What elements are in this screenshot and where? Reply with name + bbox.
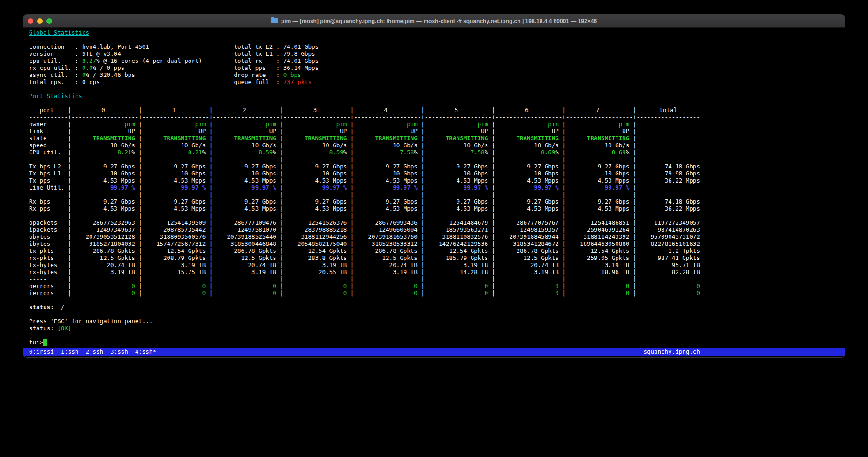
text-segment: 10 Gb/s (251, 142, 276, 149)
port-statistics-heading: Port Statistics (29, 92, 82, 99)
text-segment: [OK] (57, 325, 71, 332)
stat-cell: 99.97 % (354, 184, 417, 191)
stat-cell: UP (213, 128, 276, 135)
text-segment: 0.0 (82, 64, 93, 71)
text-segment: 3188110832576 (442, 233, 488, 240)
text-segment: 4.53 Mpps (315, 177, 347, 184)
text-segment: 10 Gbps (605, 170, 630, 177)
table-row: obytes |20739053512128 |3188093560576 |2… (29, 233, 839, 240)
terminal-window: pim — [mosh] pim@squanchy.ipng.ch: /home… (23, 14, 845, 358)
global-stat-line: total_cps.: 0 cpsqueue_full: 737 pkts (29, 78, 839, 85)
text-segment: status: (29, 304, 54, 311)
tmux-window-list[interactable]: 0:irssi 1:ssh 2:ssh 3:ssh- 4:ssh* (29, 348, 156, 355)
stat-cell: 9.27 Gbps (425, 163, 488, 170)
prompt-line[interactable]: tui> (29, 339, 839, 346)
close-button[interactable] (28, 18, 33, 24)
stat-cell: 12541486851 (566, 219, 629, 226)
text-segment: 9.27 Gbps (103, 198, 135, 205)
stat-cell: 4.53 Mpps (142, 177, 206, 184)
text-segment: 3185300446848 (230, 240, 276, 247)
text-segment: 208785735442 (163, 226, 206, 233)
stat-cell: UP (425, 128, 488, 135)
text-segment: 12.54 Gpkts (308, 247, 347, 254)
text-segment: tui> (29, 339, 43, 346)
text-segment: 9.27 Gbps (457, 198, 488, 205)
text-segment: 15747725677312 (156, 240, 206, 247)
text-segment: TRANSMITTING (446, 135, 488, 142)
text-segment: 99.97 % (181, 184, 206, 191)
row-label: link (29, 128, 64, 135)
text-segment: 3.19 TB (534, 268, 559, 275)
row-label: ibytes (29, 240, 64, 247)
table-header-row: port |0 |1 |2 |3 |4 |5 |6 |7 |total (29, 107, 839, 114)
text-segment: UP (481, 128, 488, 135)
text-segment: 8.27 (82, 57, 96, 64)
text-segment: TRANSMITTING (375, 135, 418, 142)
stat-cell: 286777109476 (213, 219, 276, 226)
text-segment: 0 (414, 282, 418, 289)
table-row: link |UP |UP |UP |UP |UP |UP |UP |UP | (29, 128, 839, 135)
text-segment: 9.27 Gbps (457, 163, 488, 170)
text-segment: 3.19 TB (464, 261, 488, 268)
stat-cell: 9.27 Gbps (354, 163, 417, 170)
stat-cell: 0 (142, 282, 206, 289)
text-segment: 0 (626, 289, 630, 297)
stat-cell: 12.5 Gpkts (71, 254, 135, 261)
text-segment: 4.53 Mpps (315, 205, 347, 212)
text-segment: 286.78 Gpkts (234, 247, 276, 254)
table-row: owner |pim |pim |pim |pim |pim |pim |pim… (29, 121, 839, 128)
stat-cell: 12497349637 (71, 226, 135, 233)
stat-cell: 185793563271 (425, 226, 488, 233)
stat-total-cell: 95.71 TB (636, 261, 700, 268)
text-segment: 12.5 Gpkts (241, 254, 276, 261)
table-row: CPU util. |8.21% |8.21% |8.59% |8.59% |7… (29, 149, 839, 156)
stat-cell: 10 Gbps (71, 170, 135, 177)
text-segment: 8.59 (329, 149, 343, 156)
text-segment: 286.78 Gpkts (375, 247, 418, 254)
text-segment: 20.74 TB (107, 261, 135, 268)
stat-total-cell: 95709043731072 (636, 233, 700, 240)
stat-cell: 9.27 Gbps (142, 198, 206, 205)
text-segment: % (414, 149, 418, 156)
text-segment: UP (622, 128, 629, 135)
row-label: rx-pkts (29, 254, 64, 261)
stat-cell: 3.19 TB (354, 268, 417, 275)
stat-cell: 4.53 Mpps (354, 205, 417, 212)
stat-cell: 99.97 % (495, 184, 558, 191)
minimize-button[interactable] (37, 18, 43, 24)
text-segment: 8.21 (188, 149, 202, 156)
text-segment: 283.8 Gpkts (308, 254, 347, 261)
global-stat-left: total_cps.: 0 cps (29, 78, 234, 85)
row-label: Tx bps L1 (29, 170, 64, 177)
stat-cell: pim (425, 121, 488, 128)
text-segment: 10 Gb/s (110, 142, 135, 149)
text-segment: 12.54 Gpkts (167, 247, 206, 254)
stat-cell: 12541484679 (425, 219, 488, 226)
table-row: Rx bps |9.27 Gbps |9.27 Gbps |9.27 Gbps … (29, 198, 839, 205)
zoom-button[interactable] (46, 18, 52, 24)
stat-cell: 99.97 % (283, 184, 347, 191)
text-segment: 12.54 Gpkts (449, 247, 488, 254)
text-segment: 12.5 Gpkts (100, 254, 135, 261)
stat-cell: 12541526376 (283, 219, 347, 226)
stat-cell: 9.27 Gbps (495, 163, 558, 170)
stat-cell: 9.27 Gbps (213, 198, 276, 205)
text-segment: UP (340, 128, 347, 135)
text-segment: 12541439509 (167, 219, 206, 226)
text-segment: 9.27 Gbps (174, 198, 206, 205)
text-segment: 1197272349057 (654, 219, 700, 226)
text-segment: 0 (555, 282, 559, 289)
stat-label: drop_rate (234, 71, 276, 78)
stat-cell: 0 (142, 289, 206, 297)
terminal-screen[interactable]: Global Statistics connection: hvn4.lab, … (23, 28, 845, 348)
text-segment: 3.19 TB (251, 268, 276, 275)
stat-cell: 10 Gb/s (71, 142, 135, 149)
stat-cell: 10 Gb/s (283, 142, 347, 149)
text-segment: 9.27 Gbps (315, 163, 347, 170)
text-segment: 3.19 TB (322, 261, 347, 268)
text-segment: 12.5 Gpkts (382, 254, 418, 261)
row-label: Line Util. (29, 184, 64, 191)
window-titlebar[interactable]: pim — [mosh] pim@squanchy.ipng.ch: /home… (23, 15, 845, 28)
stat-cell: 12.5 Gpkts (354, 254, 417, 261)
stat-cell: 4.53 Mpps (213, 205, 276, 212)
